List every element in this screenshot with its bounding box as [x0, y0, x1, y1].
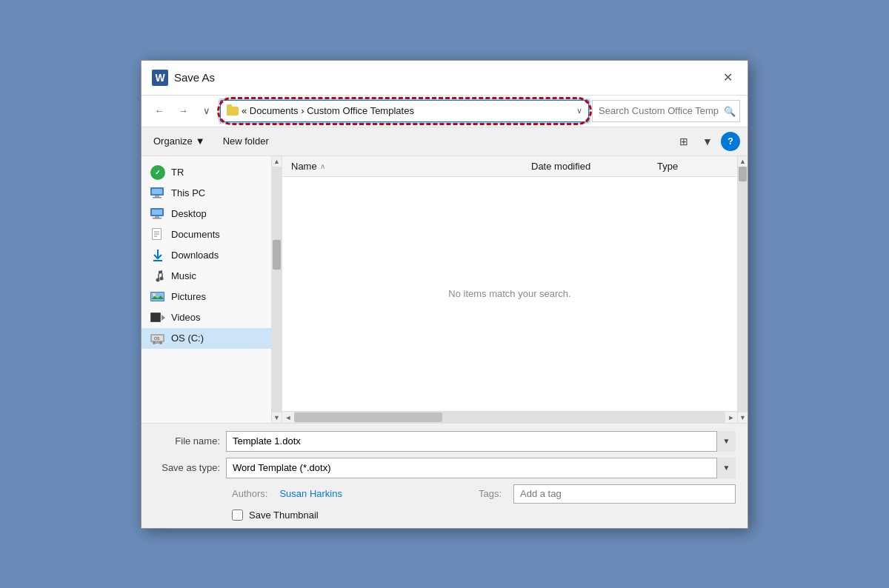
- filename-input-wrapper: ▼: [226, 431, 736, 452]
- authors-label: Authors:: [232, 488, 267, 499]
- svg-rect-3: [153, 197, 162, 198]
- music-icon: [150, 270, 165, 282]
- documents-icon: [150, 229, 165, 241]
- sidebar-label-osc: OS (C:): [171, 333, 204, 344]
- h-scroll-thumb: [294, 412, 442, 422]
- dialog-title: Save As: [174, 71, 215, 84]
- file-scroll-up[interactable]: ▲: [738, 156, 748, 167]
- view-mode-button[interactable]: ⊞: [673, 132, 694, 151]
- back-button[interactable]: ←: [149, 101, 170, 121]
- col-date-label: Date modified: [531, 161, 590, 172]
- sidebar-item-pictures[interactable]: Pictures: [141, 287, 271, 307]
- search-input[interactable]: [592, 100, 740, 122]
- search-container: 🔍: [592, 100, 740, 122]
- save-as-dialog: W Save As ✕ ← → ∨ « Documents › Custom O…: [141, 60, 748, 529]
- close-button[interactable]: ✕: [718, 68, 737, 87]
- search-icon: 🔍: [724, 105, 736, 116]
- filename-dropdown[interactable]: ▼: [716, 431, 736, 452]
- author-name[interactable]: Susan Harkins: [279, 488, 342, 499]
- toolbar: Organize ▼ New folder ⊞ ▼ ?: [141, 127, 748, 156]
- sidebar: ✓ TR This PC Desktop: [141, 156, 271, 423]
- sidebar-label-desktop: Desktop: [171, 208, 207, 219]
- tags-input[interactable]: [513, 484, 736, 504]
- col-date-header[interactable]: Date modified: [522, 161, 648, 172]
- sidebar-label-thispc: This PC: [171, 187, 205, 198]
- sidebar-label-downloads: Downloads: [171, 250, 219, 261]
- folder-icon: [227, 107, 239, 116]
- osc-icon: OS: [150, 333, 165, 344]
- file-scroll-down[interactable]: ▼: [738, 412, 748, 423]
- file-scroll-track[interactable]: [738, 167, 748, 412]
- sidebar-item-downloads[interactable]: Downloads: [141, 245, 271, 266]
- h-scroll-right[interactable]: ►: [725, 412, 737, 424]
- h-scroll-track[interactable]: [294, 412, 725, 423]
- title-bar: W Save As ✕: [141, 61, 748, 96]
- savetype-input-wrapper: ▼: [226, 458, 736, 478]
- sidebar-scrollbar[interactable]: ▲ ▼: [271, 156, 282, 423]
- nav-bar: ← → ∨ « Documents › Custom Office Templa…: [141, 96, 748, 127]
- savetype-input[interactable]: [226, 458, 736, 478]
- thispc-icon: [150, 187, 165, 199]
- file-header: Name ∧ Date modified Type: [282, 156, 737, 177]
- h-scroll-left[interactable]: ◄: [282, 412, 294, 424]
- tr-icon: ✓: [150, 167, 165, 178]
- col-name-header[interactable]: Name ∧: [282, 161, 522, 172]
- sidebar-item-documents[interactable]: Documents: [141, 224, 271, 245]
- meta-row: Authors: Susan Harkins Tags:: [153, 484, 736, 504]
- downloads-icon: [150, 250, 165, 261]
- file-scrollbar[interactable]: ▲ ▼: [737, 156, 748, 423]
- main-content: ✓ TR This PC Desktop: [141, 156, 748, 423]
- sidebar-scroll-down[interactable]: ▼: [272, 412, 282, 423]
- col-type-header[interactable]: Type: [648, 161, 737, 172]
- view-dropdown-button[interactable]: ▼: [697, 132, 718, 151]
- help-button[interactable]: ?: [721, 132, 740, 151]
- savetype-row: Save as type: ▼: [153, 458, 736, 478]
- savetype-label: Save as type:: [153, 462, 220, 473]
- nav-dropdown-button[interactable]: ∨: [196, 101, 217, 121]
- sidebar-label-tr: TR: [171, 167, 184, 178]
- sidebar-scroll-up[interactable]: ▲: [272, 156, 282, 167]
- sidebar-item-thispc[interactable]: This PC: [141, 183, 271, 204]
- organize-label: Organize: [153, 136, 193, 147]
- sidebar-item-desktop[interactable]: Desktop: [141, 204, 271, 224]
- svg-rect-23: [151, 313, 160, 321]
- svg-point-28: [159, 341, 162, 344]
- sidebar-item-tr[interactable]: ✓ TR: [141, 162, 271, 183]
- filename-input[interactable]: [226, 431, 736, 452]
- svg-point-16: [156, 278, 160, 281]
- desktop-icon: [150, 208, 165, 220]
- organize-arrow-icon: ▼: [196, 136, 205, 147]
- word-icon: W: [152, 70, 168, 86]
- new-folder-button[interactable]: New folder: [219, 133, 273, 149]
- svg-rect-6: [155, 216, 159, 218]
- savetype-dropdown[interactable]: ▼: [716, 458, 736, 478]
- svg-point-21: [153, 293, 156, 296]
- h-scrollbar[interactable]: ◄ ►: [282, 411, 737, 423]
- file-scroll-thumb: [739, 167, 747, 181]
- svg-point-27: [153, 341, 156, 344]
- svg-text:OS: OS: [154, 336, 160, 341]
- svg-rect-7: [153, 218, 162, 219]
- sidebar-item-videos[interactable]: Videos: [141, 307, 271, 328]
- thumbnail-row: Save Thumbnail: [153, 510, 736, 521]
- forward-button[interactable]: →: [173, 101, 193, 121]
- svg-marker-24: [162, 315, 165, 321]
- thumbnail-checkbox[interactable]: [232, 510, 243, 521]
- thumbnail-label[interactable]: Save Thumbnail: [249, 510, 319, 521]
- path-text: « Documents › Custom Office Templates: [242, 105, 573, 116]
- sidebar-item-music[interactable]: Music: [141, 266, 271, 287]
- filename-row: File name: ▼: [153, 431, 736, 452]
- file-list-empty: No items match your search.: [282, 177, 737, 411]
- svg-rect-29: [156, 341, 159, 344]
- sidebar-label-pictures: Pictures: [171, 291, 206, 302]
- path-bar[interactable]: « Documents › Custom Office Templates ∨: [220, 100, 589, 122]
- sidebar-scroll-track[interactable]: [272, 167, 282, 412]
- svg-rect-5: [152, 210, 162, 215]
- file-with-scroll: Name ∧ Date modified Type No items match…: [282, 156, 748, 423]
- new-folder-label: New folder: [223, 136, 269, 147]
- sidebar-item-osc[interactable]: OS OS (C:): [141, 328, 271, 349]
- sidebar-label-documents: Documents: [171, 229, 220, 240]
- svg-point-18: [160, 276, 164, 280]
- svg-rect-1: [152, 189, 162, 194]
- organize-button[interactable]: Organize ▼: [149, 133, 210, 149]
